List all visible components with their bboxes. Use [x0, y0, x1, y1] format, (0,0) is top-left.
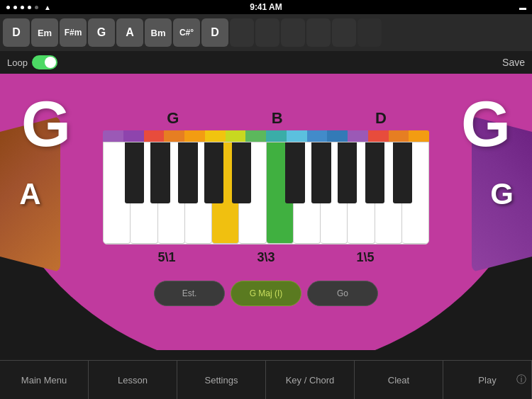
chord-cell-e4[interactable]	[306, 18, 331, 47]
signal-icons: ▲	[6, 4, 51, 11]
white-key-11[interactable]	[375, 142, 402, 244]
info-icon[interactable]: ⓘ	[516, 373, 526, 386]
chord-cell-D1[interactable]: D	[3, 18, 30, 47]
note-labels: G B D	[103, 109, 429, 128]
note-label-B: B	[272, 109, 283, 128]
tab-lesson[interactable]: Lesson	[89, 361, 177, 399]
big-letter-right: G	[461, 88, 511, 161]
chord-cell-e1[interactable]	[230, 18, 254, 47]
side-label-right: G	[490, 177, 514, 211]
tab-key-chord[interactable]: Key / Chord	[266, 361, 355, 399]
chord-cell-Bm[interactable]: Bm	[145, 18, 172, 47]
white-key-8[interactable]	[294, 142, 321, 244]
chord-cell-Csd[interactable]: C#°	[173, 18, 200, 47]
chord-cell-D2[interactable]: D	[201, 18, 228, 47]
white-key-12[interactable]	[402, 142, 428, 244]
chord-cell-A[interactable]: A	[116, 18, 143, 47]
chord-cell-e6[interactable]	[358, 18, 382, 47]
gmaj-label: G Maj (I)	[250, 288, 283, 298]
note-label-G: G	[167, 109, 179, 128]
white-key-7-D[interactable]	[267, 142, 294, 244]
tab-settings[interactable]: Settings	[177, 361, 266, 399]
position-label-1: 5\1	[157, 250, 175, 265]
big-letter-left: G	[21, 88, 71, 161]
white-key-2[interactable]	[131, 142, 157, 244]
main-area: G G A G G B D	[0, 74, 532, 350]
piano-container: G B D	[103, 109, 429, 265]
chord-cell-e2[interactable]	[255, 18, 279, 47]
est-label: Est.	[182, 288, 197, 298]
control-bar: Loop Save	[0, 51, 532, 74]
loop-toggle[interactable]	[32, 55, 57, 69]
gmaj-button[interactable]: G Maj (I)	[231, 281, 301, 306]
side-label-left: A	[19, 177, 40, 211]
white-key-10[interactable]	[348, 142, 375, 244]
white-key-3[interactable]	[158, 142, 185, 244]
position-labels: 5\1 3\3 1\5	[103, 250, 429, 265]
go-label: Go	[337, 288, 348, 298]
white-key-4[interactable]	[185, 142, 212, 244]
tab-bar: Main Menu Lesson Settings Key / Chord Cl…	[0, 360, 532, 399]
tab-main-menu[interactable]: Main Menu	[0, 361, 89, 399]
position-label-3: 1\5	[356, 250, 374, 265]
white-key-6[interactable]	[239, 142, 266, 244]
chord-cell-G[interactable]: G	[88, 18, 115, 47]
wifi-icon: ▲	[44, 4, 51, 11]
chord-cell-e3[interactable]	[281, 18, 305, 47]
piano-keys[interactable]	[103, 142, 429, 245]
note-label-D: D	[375, 109, 387, 128]
status-time: 9:41 AM	[250, 2, 282, 12]
position-label-2: 3\3	[257, 250, 275, 265]
est-button[interactable]: Est.	[154, 281, 225, 306]
white-key-1[interactable]	[104, 142, 131, 244]
chord-cell-Fsm[interactable]: F#m	[60, 18, 87, 47]
status-bar: ▲ 9:41 AM ▬	[0, 0, 532, 14]
white-key-5-G[interactable]	[212, 142, 239, 244]
white-keys	[104, 142, 428, 244]
chord-strip: D Em F#m G A Bm C#° D	[0, 14, 532, 51]
chord-cell-Em[interactable]: Em	[31, 18, 58, 47]
white-key-9[interactable]	[321, 142, 348, 244]
go-button[interactable]: Go	[307, 281, 378, 306]
save-button[interactable]: Save	[502, 57, 525, 68]
bottom-area: Est. G Maj (I) Go	[0, 276, 532, 311]
tab-clear[interactable]: Cleat	[355, 361, 443, 399]
color-strip	[103, 130, 429, 142]
loop-label: Loop	[7, 57, 28, 68]
chord-cell-e5[interactable]	[332, 18, 356, 47]
battery-icon: ▬	[519, 4, 526, 11]
